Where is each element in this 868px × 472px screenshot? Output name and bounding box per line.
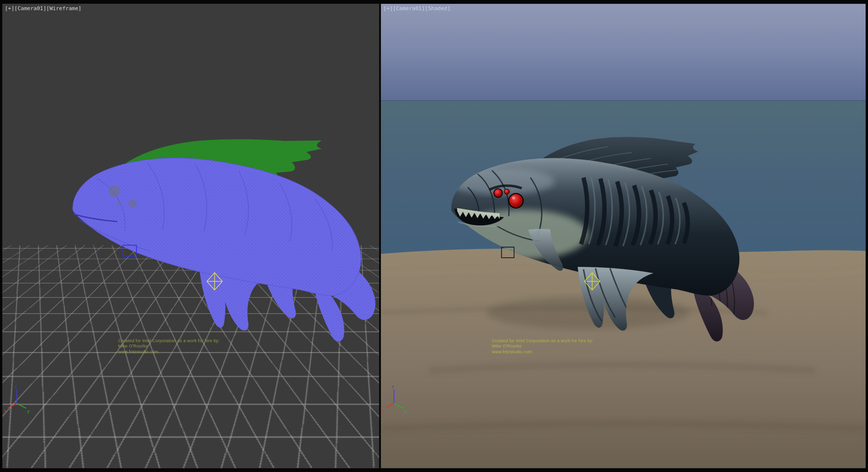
eye-small (504, 189, 510, 194)
axis-x (385, 403, 394, 408)
eye-small-wireframe (128, 199, 137, 208)
watermark-line2: Mike O'Rourke (492, 344, 594, 349)
axis-y-label: y (27, 409, 30, 414)
viewport-label-shaded[interactable]: [+][Camera01][Shaded] (383, 5, 450, 12)
shaded-scene: z x y (381, 4, 866, 468)
watermark-line3: www.fritzstudio.com (118, 349, 220, 355)
axis-x-label: x (381, 408, 384, 413)
viewport-canvas: z x y [+][Camera01][Wireframe] Created f… (0, 0, 868, 472)
axis-tripod: z x y (4, 384, 30, 414)
eye-large-wireframe (108, 185, 120, 197)
watermark-text: Created for Intel Corporation as a work … (492, 338, 594, 355)
viewport-label-wireframe[interactable]: [+][Camera01][Wireframe] (5, 5, 81, 12)
wireframe-scene: z x y (2, 4, 379, 468)
axis-y (394, 403, 403, 408)
watermark-text: Created for Intel Corporation as a work … (118, 338, 220, 355)
axis-x (8, 403, 17, 408)
eye-dot-wireframe (117, 202, 121, 206)
watermark-line2: Mike O'Rourke (118, 344, 220, 349)
axis-z-label: z (392, 384, 394, 389)
eye-mid (494, 189, 502, 197)
axis-y-label: y (404, 409, 407, 414)
watermark-line1: Created for Intel Corporation as a work … (118, 338, 220, 344)
axis-y (17, 403, 26, 408)
eye-large (509, 194, 523, 208)
viewport-wireframe[interactable]: z x y [+][Camera01][Wireframe] Created f… (2, 4, 379, 468)
body-wireframe-hatch (65, 149, 379, 351)
axis-tripod: z x y (381, 384, 407, 414)
axis-z-label: z (14, 384, 17, 389)
fish-model-wireframe[interactable] (65, 134, 379, 351)
axis-x-label: x (4, 408, 7, 413)
watermark-line3: www.fritzstudio.com (492, 349, 594, 355)
eye-highlight (512, 196, 515, 199)
viewport-shaded[interactable]: z x y [+][Camera01][Shaded] Created for … (381, 4, 866, 468)
watermark-line1: Created for Intel Corporation as a work … (492, 338, 594, 344)
